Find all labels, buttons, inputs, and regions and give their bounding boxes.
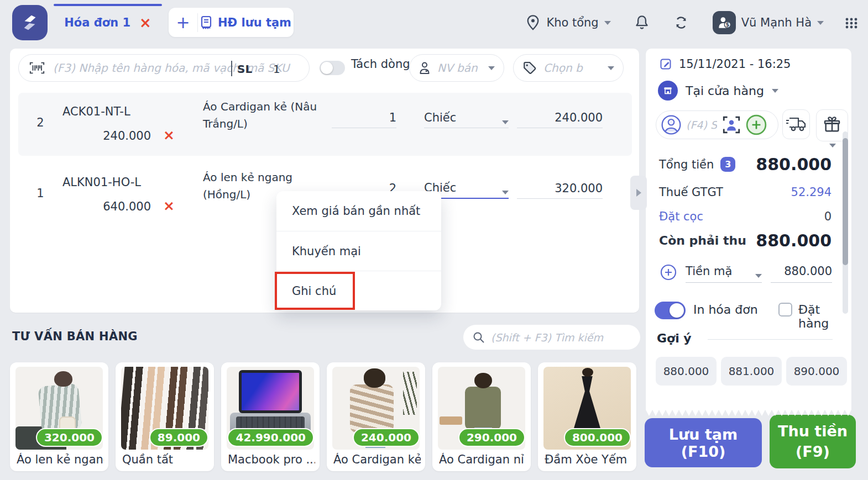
user-menu[interactable]: Vũ Mạnh Hà [741,16,812,29]
chevron-down-icon [829,144,836,147]
product-name: Áo Cardigan kẻ [333,453,421,466]
shipping-button[interactable] [782,109,810,139]
chevron-down-icon [755,274,762,278]
menu-item-promotion[interactable]: Khuyến mại [276,231,441,271]
print-invoice-toggle[interactable] [655,302,686,319]
product-card[interactable]: 800.000 Đầm Xòe Yếm [538,362,636,471]
save-draft-button[interactable]: Lưu tạm (F10) [645,418,762,467]
divider [708,339,833,340]
row-price-input[interactable]: 240.000 [517,103,603,128]
sync-refresh-icon[interactable] [673,14,689,31]
draft-invoices-button[interactable]: HĐ lưu tạm [198,15,294,30]
receipt-icon [200,15,212,30]
split-line-toggle[interactable] [320,61,345,75]
staff-select[interactable]: NV bán [409,54,504,82]
row-line-total: 240.000 [62,129,151,143]
advisor-section-title: TƯ VẤN BÁN HÀNG [12,330,138,343]
product-card[interactable]: 42.990.000 Macbook pro ... [221,362,320,471]
avatar[interactable]: $ [713,11,736,34]
search-icon [472,331,485,344]
suggestion-amount[interactable]: 881.000 [721,357,782,386]
row-line-total: 640.000 [62,200,151,213]
row-product-name: Áo Cardigan kẻ (Nâu Trắng/L) [203,98,320,133]
order-datetime[interactable]: 15/11/2021 - 16:25 [659,57,791,71]
product-card[interactable]: 320.000 Áo len kẻ ngang [10,362,108,471]
tab-active-indicator [54,4,162,6]
menu-item-recent-price[interactable]: Xem giá bán gần nhất [276,191,441,231]
sales-channel-selector[interactable]: Tại cửa hàng [658,81,778,101]
truck-icon [785,115,807,133]
apps-grid-icon[interactable] [844,15,859,30]
product-name: Áo Cardigan nỉ [439,453,526,466]
menu-item-note[interactable]: Ghi chú [276,271,441,310]
checkout-line1: Thu tiền [778,423,848,440]
row-qty-input[interactable]: 1 [332,103,396,128]
chevron-down-icon [488,66,495,70]
location-pin-icon [525,14,541,31]
qty-shortcut-value[interactable]: 1 [273,62,280,76]
tab-invoice-1[interactable]: Hóa đơn 1 × [54,0,162,45]
new-invoice-button[interactable]: + [169,13,197,32]
receipt-tear-edge [646,410,851,416]
app-logo [12,5,48,40]
print-invoice-label: In hóa đơn [693,303,758,317]
chevron-down-icon [772,89,778,93]
customer-placeholder: (F4) S [686,119,717,131]
row-price-input[interactable]: 320.000 [517,173,603,199]
row-index: 1 [33,187,48,200]
chevron-down-icon [608,66,614,70]
advisor-search-input[interactable]: (Shift + F3) Tìm kiếm [463,325,640,350]
topbar: Hóa đơn 1 × + HĐ lưu tạm K [0,0,868,45]
sapo-logo-icon [19,12,40,33]
delete-row-icon[interactable]: × [163,127,175,143]
staff-placeholder: NV bán [437,61,482,75]
deposit-row: Đặt cọc 0 [659,210,832,223]
scrollbar-thumb[interactable] [843,138,848,265]
advisor-search-placeholder: (Shift + F3) Tìm kiếm [491,331,603,344]
item-count-badge: 3 [720,157,735,172]
notifications-bell-icon[interactable] [634,14,650,31]
delete-row-icon[interactable]: × [163,198,175,214]
tab-label: Hóa đơn 1 [64,16,130,29]
suggested-products: 320.000 Áo len kẻ ngang 89.000 Quần tất … [10,362,636,471]
payment-amount-input[interactable]: 880.000 [771,260,832,283]
customer-search-input[interactable]: (F4) S [656,110,778,139]
cart-row: 2 ACK01-NT-L 240.000 × Áo Cardigan kẻ (N… [18,93,632,156]
add-customer-icon[interactable] [746,114,767,135]
deposit-value: 0 [824,210,832,223]
face-scan-icon[interactable] [721,115,741,135]
chevron-down-icon[interactable] [817,21,824,25]
deposit-link[interactable]: Đặt cọc [659,210,703,223]
close-tab-icon[interactable]: × [139,15,151,30]
coupon-select[interactable]: Chọn b [513,54,624,82]
row-index: 2 [33,116,48,129]
location-selector[interactable]: Kho tổng [546,16,598,29]
total-row: Tổng tiền 3 880.000 [659,155,832,174]
product-name: Áo len kẻ ngang [17,453,104,466]
panel-collapse-handle[interactable] [630,176,647,210]
product-name: Quần tất [122,453,210,466]
product-name: Đầm Xòe Yếm [545,453,632,466]
vat-value[interactable]: 52.294 [791,186,832,199]
tag-icon [522,61,537,75]
product-card[interactable]: 89.000 Quần tất [116,362,214,471]
product-card[interactable]: 240.000 Áo Cardigan kẻ [327,362,425,471]
chevron-down-icon[interactable] [604,21,611,25]
checkout-button[interactable]: Thu tiền (F9) [770,415,856,468]
store-icon [658,81,678,101]
suggestions-label: Gợi ý [657,331,692,345]
qty-shortcut-label: SL [237,62,252,76]
product-price-badge: 42.990.000 [227,428,314,447]
suggestion-amount[interactable]: 890.000 [786,357,847,386]
payment-method-select[interactable]: Tiền mặ [686,260,762,283]
suggestion-amount[interactable]: 880.000 [656,357,717,386]
add-payment-icon[interactable] [660,264,677,281]
order-checkbox[interactable] [778,303,792,317]
product-search-input[interactable]: (F3) Nhập tên hàng hóa, mã vạch, mã SKU … [18,54,310,82]
row-sku: ACK01-NT-L [62,105,130,118]
product-price-badge: 800.000 [564,428,631,447]
row-context-menu: Xem giá bán gần nhất Khuyến mại Ghi chú [276,191,441,310]
row-unit-select[interactable]: Chiếc [424,103,509,128]
draft-button-label: HĐ lưu tạm [218,16,291,29]
product-card[interactable]: 290.000 Áo Cardigan nỉ [432,362,531,471]
